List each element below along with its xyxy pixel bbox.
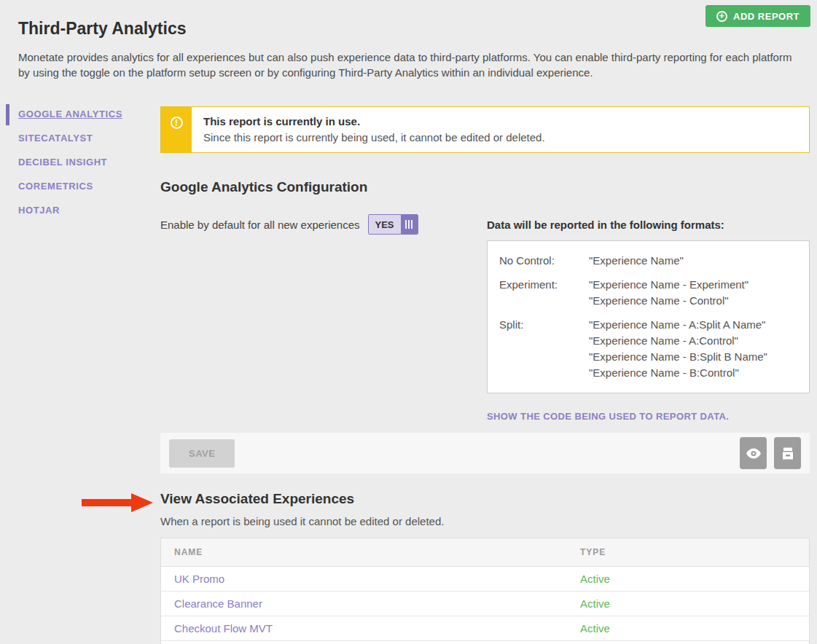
warning-message: Since this report is currently being use… [203,131,545,144]
experiences-table: NAME TYPE UK Promo Active Clearance Bann… [160,538,810,644]
show-code-link[interactable]: SHOW THE CODE BEING USED TO REPORT DATA. [487,411,729,422]
formats-heading: Data will be reported in the following f… [487,214,810,231]
format-row-no-control: No Control: "Experience Name" [499,253,797,269]
add-report-button[interactable]: + ADD REPORT [705,5,810,27]
format-label: Experiment: [499,277,589,309]
preview-button[interactable] [740,437,767,469]
warning-banner: ! This report is currently in use. Since… [160,106,810,153]
config-heading: Google Analytics Configuration [160,179,810,195]
sidebar-item-label: GOOGLE ANALYTICS [18,109,122,119]
save-bar: SAVE [160,433,810,474]
enable-setting: Enable by default for all new experience… [160,214,487,423]
status-badge: Active [580,622,809,635]
content-layout: GOOGLE ANALYTICS SITECATALYST DECIBEL IN… [0,106,817,644]
sidebar-item-decibel-insight[interactable]: DECIBEL INSIGHT [18,157,107,168]
column-header-type: TYPE [580,547,809,557]
plus-circle-icon: + [716,11,727,22]
format-row-split: Split: "Experience Name - A:Split A Name… [499,317,797,381]
sidebar-item-label: HOTJAR [18,205,60,216]
save-button[interactable]: SAVE [169,439,235,468]
page-title: Third-Party Analytics [18,19,817,39]
sidebar-item-sitecatalyst[interactable]: SITECATALYST [18,133,93,144]
experience-link[interactable]: UK Promo [174,573,224,585]
warning-title: This report is currently in use. [203,115,545,127]
table-row: Homepage Change Active [161,641,809,644]
add-report-label: ADD REPORT [733,11,800,22]
sidebar-item-google-analytics[interactable]: GOOGLE ANALYTICS [18,109,122,120]
toggle-state-label: YES [369,215,401,234]
warning-strip: ! [161,107,192,152]
alert-circle-icon: ! [171,117,183,129]
archive-button[interactable] [774,437,801,469]
experience-link[interactable]: Checkout Flow MVT [174,622,273,635]
table-header-row: NAME TYPE [161,538,809,567]
sidebar-item-hotjar[interactable]: HOTJAR [18,205,60,216]
format-line: "Experience Name - Experiment" [589,277,748,293]
format-line: "Experience Name - B:Split B Name" [589,349,767,365]
experiences-subtext: When a report is being used it cannot be… [160,515,810,527]
warning-body: This report is currently in use. Since t… [192,107,557,152]
report-formats: Data will be reported in the following f… [487,214,810,423]
main-content: ! This report is currently in use. Since… [160,106,810,644]
associated-experiences-section: View Associated Experiences When a repor… [160,491,810,644]
format-line: "Experience Name - B:Control" [589,365,767,381]
sidebar-item-label: DECIBEL INSIGHT [18,157,107,168]
format-label: No Control: [499,253,589,269]
enable-toggle[interactable]: YES [368,214,418,235]
format-line: "Experience Name - Control" [589,293,748,309]
status-badge: Active [580,573,809,585]
toggle-grip-icon [401,215,418,234]
sidebar-item-label: COREMETRICS [18,181,93,192]
toolbar-icon-buttons [740,437,801,469]
config-row: Enable by default for all new experience… [160,214,810,423]
annotation-arrow-icon [82,492,155,513]
format-row-experiment: Experiment: "Experience Name - Experimen… [499,277,797,309]
enable-label: Enable by default for all new experience… [160,214,360,231]
sidebar-item-coremetrics[interactable]: COREMETRICS [18,181,93,192]
experience-link[interactable]: Clearance Banner [174,597,262,610]
active-indicator [6,104,9,125]
formats-box: No Control: "Experience Name" Experiment… [487,240,810,393]
format-line: "Experience Name - A:Control" [589,333,767,349]
format-label: Split: [499,317,589,381]
experiences-heading: View Associated Experiences [160,491,810,507]
column-header-name: NAME [161,547,580,557]
page-description: Monetate provides analytics for all expe… [18,50,799,80]
archive-icon [781,447,794,460]
table-row: Checkout Flow MVT Active [161,616,809,641]
table-row: Clearance Banner Active [161,592,809,616]
eye-icon [746,448,762,459]
status-badge: Active [580,597,809,610]
format-line: "Experience Name - A:Split A Name" [589,317,767,333]
table-row: UK Promo Active [161,567,809,592]
format-line: "Experience Name" [589,253,684,269]
sidebar-item-label: SITECATALYST [18,133,93,144]
platform-sidebar: GOOGLE ANALYTICS SITECATALYST DECIBEL IN… [0,106,160,644]
